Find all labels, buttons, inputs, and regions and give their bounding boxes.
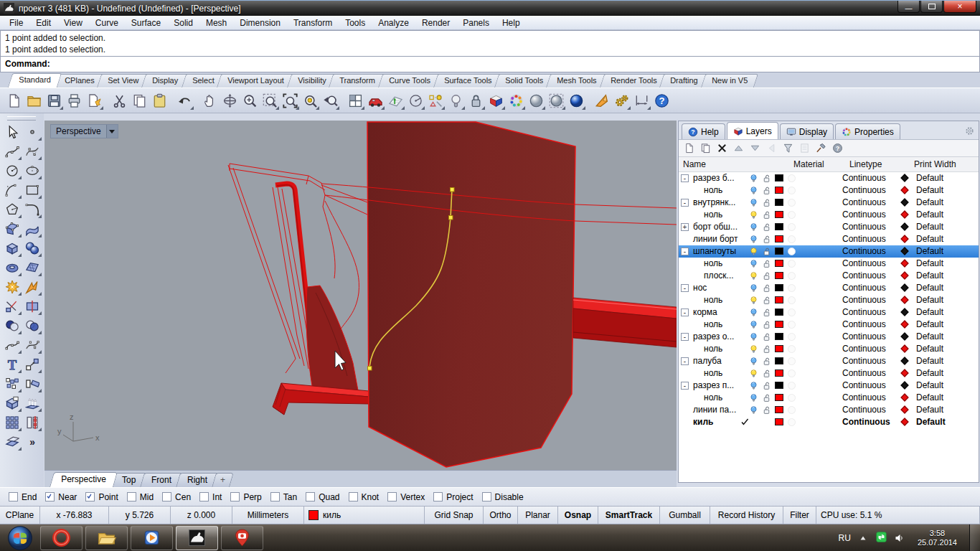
ellipse-button[interactable] bbox=[22, 161, 42, 180]
layer-color-swatch[interactable] bbox=[775, 357, 783, 364]
viewport-tab-add[interactable]: + bbox=[212, 473, 234, 487]
status-record-history[interactable]: Record History bbox=[710, 507, 783, 524]
viewport-menu-dropdown[interactable] bbox=[106, 125, 118, 138]
layer-row-ноль[interactable]: нольContinuousDefault bbox=[679, 392, 979, 404]
taskbar-media-player[interactable] bbox=[131, 526, 173, 550]
trim-button[interactable] bbox=[2, 296, 22, 316]
circle-button[interactable] bbox=[2, 161, 22, 180]
layer-print-width[interactable]: Default bbox=[916, 356, 943, 366]
layer-linetype[interactable]: Continuous bbox=[842, 258, 886, 268]
menu-item-file[interactable]: File bbox=[3, 17, 29, 29]
layer-lock-icon[interactable] bbox=[762, 308, 771, 319]
layer-expand-toggle[interactable]: - bbox=[681, 357, 689, 365]
layer-color-swatch[interactable] bbox=[775, 296, 783, 303]
checkbox[interactable] bbox=[482, 492, 491, 501]
status-millimeters[interactable]: Millimeters bbox=[232, 507, 304, 524]
layer-linetype[interactable]: Continuous bbox=[842, 319, 886, 329]
toolbar-tab-curve-tools[interactable]: Curve Tools bbox=[378, 74, 441, 88]
layer-expand-toggle[interactable]: - bbox=[681, 382, 689, 390]
layer-linetype[interactable]: Continuous bbox=[842, 307, 886, 317]
layer-print-width[interactable]: Default bbox=[916, 392, 943, 402]
layer-color-swatch[interactable] bbox=[775, 406, 783, 413]
layer-visibility-bulb-icon[interactable] bbox=[749, 283, 758, 295]
status-ortho[interactable]: Ortho bbox=[484, 507, 518, 524]
layer-expand-toggle[interactable]: - bbox=[681, 199, 689, 207]
render-preview-button[interactable] bbox=[592, 91, 611, 110]
layer-visibility-bulb-icon[interactable] bbox=[749, 381, 758, 392]
dimension-button[interactable] bbox=[632, 91, 651, 110]
layer-material-preview[interactable] bbox=[788, 369, 796, 377]
layer-color-swatch[interactable] bbox=[775, 223, 783, 230]
panel-tab-help[interactable]: ?Help bbox=[682, 123, 725, 139]
layer-color-swatch[interactable] bbox=[775, 418, 783, 425]
layer-visibility-bulb-icon[interactable] bbox=[749, 259, 758, 270]
column-header-name[interactable]: Name bbox=[683, 159, 706, 169]
layer-material-preview[interactable] bbox=[788, 223, 796, 231]
point-button[interactable] bbox=[22, 122, 42, 141]
layer-print-width[interactable]: Default bbox=[916, 368, 943, 378]
layer-tools-button[interactable] bbox=[814, 141, 828, 155]
layer-row-ноль[interactable]: нольContinuousDefault bbox=[679, 367, 979, 380]
osnap-project[interactable]: Project bbox=[433, 492, 473, 502]
checkbox[interactable] bbox=[199, 492, 209, 501]
layer-print-width[interactable]: Default bbox=[916, 270, 943, 281]
copy-button[interactable] bbox=[130, 91, 149, 110]
more-tools-button[interactable]: » bbox=[22, 432, 42, 451]
offset-surface-button[interactable] bbox=[2, 432, 22, 451]
layer-material-preview[interactable] bbox=[788, 382, 796, 390]
layer-visibility-bulb-icon[interactable] bbox=[749, 405, 758, 417]
checkbox[interactable] bbox=[433, 492, 443, 501]
layer-print-width[interactable]: Default bbox=[916, 173, 943, 183]
taskbar-windows-explorer[interactable] bbox=[85, 526, 128, 550]
color-wheel-button[interactable] bbox=[507, 91, 526, 110]
layer-visibility-bulb-icon[interactable] bbox=[749, 186, 758, 197]
layer-color-swatch[interactable] bbox=[775, 211, 783, 218]
layer-lock-icon[interactable] bbox=[762, 271, 771, 283]
menu-item-curve[interactable]: Curve bbox=[89, 17, 125, 29]
zoom-in-button[interactable] bbox=[240, 91, 260, 110]
layer-expand-toggle[interactable]: - bbox=[681, 174, 689, 182]
curve-interpolate-button[interactable] bbox=[2, 141, 22, 161]
layer-linetype[interactable]: Continuous bbox=[842, 283, 886, 293]
status-filter[interactable]: Filter bbox=[783, 507, 816, 524]
layer-linetype[interactable]: Continuous bbox=[842, 234, 886, 244]
layer-visibility-bulb-icon[interactable] bbox=[749, 393, 758, 405]
array-rectangular-button[interactable] bbox=[2, 413, 22, 432]
split-button[interactable] bbox=[22, 296, 42, 316]
layer-linetype[interactable]: Continuous bbox=[842, 392, 886, 402]
new-layer-button[interactable] bbox=[682, 141, 696, 155]
menu-item-surface[interactable]: Surface bbox=[125, 17, 167, 29]
layer-color-swatch[interactable] bbox=[775, 333, 783, 340]
layer-color-swatch[interactable] bbox=[775, 369, 783, 377]
explode-button[interactable] bbox=[2, 277, 22, 296]
viewport-tab-perspective[interactable]: Perspective bbox=[50, 472, 118, 487]
layer-print-width[interactable]: Default bbox=[916, 197, 943, 207]
layer-row-линиипа[interactable]: линии па...ContinuousDefault bbox=[679, 404, 979, 416]
layer-visibility-bulb-icon[interactable] bbox=[749, 210, 758, 222]
layer-linetype[interactable]: Continuous bbox=[842, 222, 886, 232]
surface-loft-button[interactable] bbox=[22, 219, 42, 238]
zoom-extents-button[interactable] bbox=[281, 91, 300, 110]
select-button[interactable] bbox=[2, 122, 22, 141]
layer-print-width[interactable]: Default bbox=[916, 209, 943, 220]
layer-material-preview[interactable] bbox=[788, 309, 796, 316]
menu-item-render[interactable]: Render bbox=[415, 17, 456, 29]
pan-view-button[interactable] bbox=[200, 91, 220, 110]
layer-print-width[interactable]: Default bbox=[916, 246, 943, 256]
show-desktop-button[interactable] bbox=[969, 524, 980, 551]
layer-color-swatch[interactable] bbox=[775, 235, 783, 242]
language-indicator[interactable]: RU bbox=[839, 533, 851, 543]
osnap-int[interactable]: Int bbox=[199, 492, 222, 502]
menu-item-panels[interactable]: Panels bbox=[456, 17, 496, 29]
layer-material-preview[interactable] bbox=[788, 321, 796, 329]
menu-item-tools[interactable]: Tools bbox=[339, 17, 372, 29]
options-button[interactable] bbox=[612, 91, 631, 110]
layer-row-киль[interactable]: кильContinuousDefault bbox=[679, 416, 979, 428]
layer-material-preview[interactable] bbox=[788, 406, 796, 414]
column-header-print-width[interactable]: Print Width bbox=[914, 159, 956, 169]
orient-button[interactable] bbox=[22, 374, 42, 393]
layer-linetype[interactable]: Continuous bbox=[842, 356, 886, 366]
osnap-point[interactable]: Point bbox=[85, 492, 118, 502]
toolbar-tab-mesh-tools[interactable]: Mesh Tools bbox=[546, 74, 608, 88]
layer-material-preview[interactable] bbox=[788, 333, 796, 341]
